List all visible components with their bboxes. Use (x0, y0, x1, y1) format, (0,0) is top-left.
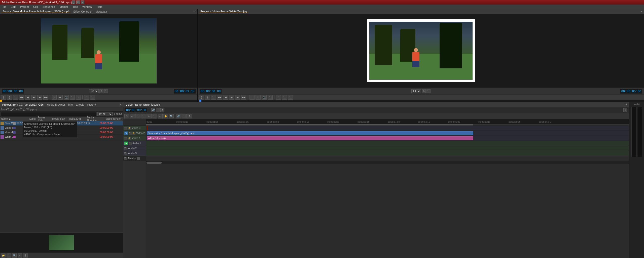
source-mark-out-button[interactable]: } (7, 95, 12, 100)
tl-slip-tool[interactable]: ⬛ (152, 114, 157, 118)
source-fit-dropdown[interactable]: Fit (89, 89, 99, 93)
source-fastfwd-button[interactable]: ▶▶ (43, 95, 48, 100)
project-find-button[interactable]: 🔍 (12, 253, 17, 257)
menu-edit[interactable]: Edit (10, 5, 16, 8)
maximize-button[interactable]: □ (76, 1, 80, 4)
source-timecode-right[interactable]: 00:00:09:17 (173, 89, 196, 94)
minimize-button[interactable]: _ (72, 1, 75, 4)
tl-track-select-tool[interactable]: ↦ (130, 114, 135, 118)
program-tab-title[interactable]: Program: Video-Frame-White-Test.jpg (199, 10, 248, 13)
source-timecode-left[interactable]: 00:00:00:00 (2, 89, 24, 94)
project-tab-effects[interactable]: Effects (75, 103, 85, 106)
project-search-input[interactable] (1, 112, 96, 116)
v3-toggle-lock[interactable]: 🔒 (128, 127, 131, 130)
project-new-item-button[interactable]: ⬛ (7, 253, 11, 257)
project-new-bin-button[interactable]: 📁 (1, 253, 6, 257)
menu-help[interactable]: Help (96, 5, 103, 8)
timeline-snap-button[interactable]: 🔗 (151, 108, 155, 112)
tl-hand-tool[interactable]: ✋ (163, 114, 168, 118)
timeline-tab-title[interactable]: Video-Frame-White-Test.jpg (125, 103, 161, 106)
timeline-marker-button[interactable]: ⬛ (156, 108, 160, 112)
program-playhead-strip[interactable] (198, 100, 644, 102)
timeline-ruler[interactable]: 00:00 00;00;00;15 00;00;01;00 00;00;01;1… (146, 119, 629, 124)
tl-rolling-edit-tool[interactable]: ⬛ (141, 114, 146, 118)
program-fit-dropdown[interactable]: Fit (411, 89, 421, 93)
timeline-add-track-button[interactable]: + (623, 108, 627, 112)
clip-slow-motion[interactable]: Slow Motion Example full speed_(1080p).m… (147, 131, 473, 135)
project-tab-main[interactable]: Project: from-CC_Version23_CS6 (2, 103, 44, 106)
prog-safe-margins-button[interactable]: □ (276, 95, 281, 100)
a2-toggle-mute[interactable]: M (124, 147, 127, 150)
tl-ripple-edit-tool[interactable]: ⬛ (135, 114, 140, 118)
project-panel-close[interactable]: ✕ (119, 103, 121, 106)
menu-project[interactable]: Project (19, 5, 29, 8)
project-in-dropdown[interactable]: In: All (97, 112, 113, 116)
source-overwrite-button[interactable]: ⬅ (58, 95, 63, 100)
menu-sequence[interactable]: Sequence (42, 5, 56, 8)
program-timecode-right[interactable]: 00:00:05:00 (620, 89, 642, 94)
source-safe-margins-button[interactable]: □ (84, 95, 89, 100)
source-rewind-button[interactable]: ◀◀ (19, 95, 24, 100)
program-export-icon[interactable]: ⬛ (426, 89, 431, 93)
tl-add-marker-button[interactable]: ⬛ (182, 114, 187, 118)
clip-color-matte[interactable]: White Color Matte (147, 136, 473, 140)
program-timecode-left[interactable]: 00:00:00:00 (199, 89, 222, 94)
prog-mark-in-button[interactable]: { (199, 95, 204, 100)
prog-play-button[interactable]: ▶ (229, 95, 234, 100)
timeline-settings-button[interactable]: ⚙ (160, 108, 164, 112)
project-item-slow-motion[interactable]: Slow Motion Example 29.97 fps 00:00:00:0… (0, 121, 123, 126)
timeline-timecode[interactable]: 00:00:00:00 (125, 108, 147, 113)
project-tab-info[interactable]: Info (67, 103, 74, 106)
timeline-scrollbar[interactable] (146, 161, 629, 164)
tl-razor-tool[interactable]: ✂ (147, 114, 152, 118)
source-play-button[interactable]: ▶ (31, 95, 36, 100)
menu-window[interactable]: Window (82, 5, 93, 8)
source-step-back-button[interactable]: ◀ (25, 95, 30, 100)
v2-toggle-lock[interactable]: 🔒 (132, 132, 135, 135)
prog-export-frame-button[interactable]: 📷 (262, 95, 267, 100)
v3-toggle-eye[interactable]: 👁 (124, 127, 127, 130)
prog-lift-button[interactable]: ↑ (249, 95, 255, 100)
prog-step-fwd-button[interactable]: ▶ (235, 95, 240, 100)
project-tab-history[interactable]: History (87, 103, 97, 106)
source-tab-effect-controls[interactable]: Effect Controls (72, 10, 92, 13)
tl-selection-tool[interactable]: ↖ (124, 114, 129, 118)
project-tab-media-browser[interactable]: Media Browser (46, 103, 66, 106)
menu-file[interactable]: File (1, 5, 7, 8)
timeline-panel-close[interactable]: ✕ (625, 103, 627, 106)
tl-zoom-tool[interactable]: 🔍 (169, 114, 174, 118)
prog-mark-out-button[interactable]: } (205, 95, 210, 100)
menu-title[interactable]: Title (72, 5, 79, 8)
source-playhead-strip[interactable] (0, 100, 197, 102)
source-drag-button[interactable]: ⬛ (70, 95, 75, 100)
project-clear-button[interactable]: ✕ (18, 253, 22, 257)
tl-settings-button[interactable]: ⚙ (187, 114, 192, 118)
source-tab-title[interactable]: Source: Slow Motion Example full speed_(… (2, 10, 70, 13)
source-insert-button[interactable]: ⬇ (52, 95, 57, 100)
project-delete-button[interactable]: 🗑 (23, 253, 28, 257)
prog-mark-clip-button[interactable]: ⬛ (211, 95, 216, 100)
a1-toggle-mute[interactable]: M (129, 142, 132, 145)
source-export-icon[interactable]: ⬛ (104, 89, 108, 93)
scrollbar-thumb[interactable] (147, 162, 162, 164)
a3-toggle-mute[interactable]: M (124, 152, 127, 155)
v1-toggle-eye[interactable]: 👁 (124, 137, 127, 140)
prog-trim-button[interactable]: ⬛ (268, 95, 273, 100)
source-add-button[interactable]: + (76, 95, 81, 100)
prog-fastfwd-button[interactable]: ▶▶ (241, 95, 246, 100)
tl-pen-tool[interactable]: ✏ (158, 114, 163, 118)
v2-toggle-eye[interactable]: 👁 (129, 132, 132, 135)
prog-extract-button[interactable]: ⬆ (256, 95, 261, 100)
close-button[interactable]: × (81, 1, 84, 4)
source-tab-metadata[interactable]: Metadata (94, 10, 108, 13)
v1-toggle-lock[interactable]: 🔒 (128, 137, 131, 140)
prog-step-back-button[interactable]: ◀ (223, 95, 228, 100)
menu-marker[interactable]: Marker (59, 5, 69, 8)
source-output-button[interactable]: ⬛ (90, 95, 95, 100)
menu-clip[interactable]: Clip (32, 5, 39, 8)
source-mark-in-button[interactable]: { (1, 95, 6, 100)
source-mark-clip-button[interactable]: ⬛ (13, 95, 18, 100)
program-panel-close[interactable]: ✕ (640, 10, 642, 13)
source-export-frame-button[interactable]: 📷 (64, 95, 69, 100)
prog-multicam-button[interactable]: ⬛ (288, 95, 293, 100)
